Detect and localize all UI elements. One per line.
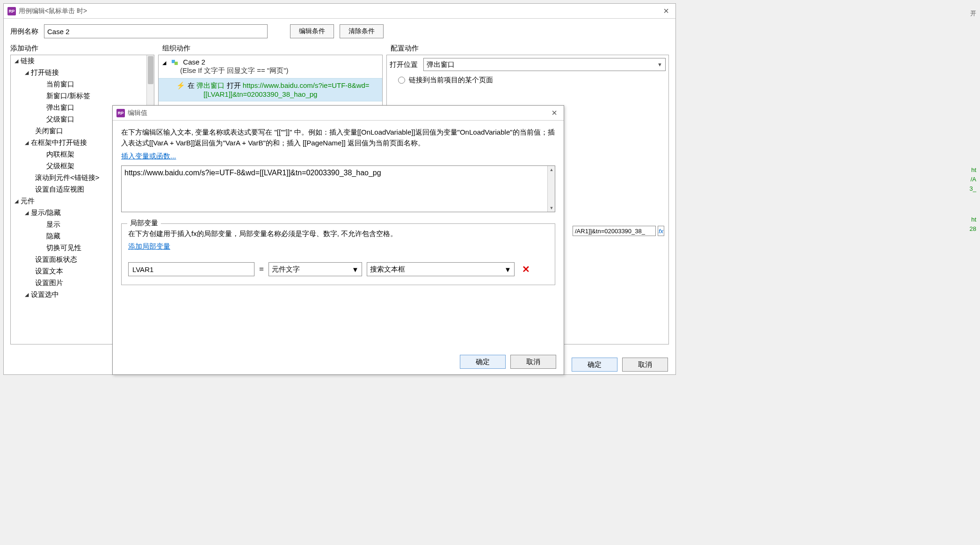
local-vars-help: 在下方创建用于插入fx的局部变量，局部变量名称必须是字母、数字, 不允许包含空格… [128, 229, 548, 238]
value-input[interactable] [573, 226, 656, 236]
equals-label: = [259, 265, 264, 274]
clear-conditions-button[interactable]: 清除条件 [340, 24, 384, 38]
header-organize: 组织动作 [162, 44, 391, 53]
tree-set-selected[interactable]: 设置选中 [31, 290, 59, 299]
radio-input[interactable] [398, 77, 405, 84]
case-label: Case 2 [183, 58, 205, 66]
open-in-label: 打开位置 [390, 60, 423, 69]
delete-var-icon[interactable]: ✕ [522, 264, 530, 275]
edit-value-dialog: RP 编辑值 × 在下方编辑区输入文本, 变量名称或表达式要写在 "[[""]]… [112, 105, 564, 375]
scroll-down-icon[interactable]: ▼ [548, 204, 555, 212]
ok-button[interactable]: 确定 [460, 355, 506, 369]
tree-show[interactable]: 显示 [46, 220, 60, 229]
tree-toggle-vis[interactable]: 切换可见性 [46, 244, 81, 252]
local-vars-legend: 局部变量 [127, 219, 161, 228]
expand-icon[interactable]: ◢ [24, 70, 29, 76]
tree-set-panel-state[interactable]: 设置面板状态 [35, 255, 77, 264]
tree-scroll-to-widget[interactable]: 滚动到元件<锚链接> [35, 173, 100, 182]
dialog-title: 用例编辑<鼠标单击 时> [19, 7, 87, 15]
ok-button[interactable]: 确定 [572, 358, 617, 372]
modal-title-bar: RP 编辑值 × [113, 106, 564, 121]
header-configure: 配置动作 [391, 44, 669, 53]
radio-link-to-page[interactable]: 链接到当前项目的某个页面 [390, 74, 666, 86]
open-in-row: 打开位置 弹出窗口 ▼ [390, 58, 666, 71]
action-row[interactable]: ⚡ 在 弹出窗口 打开 https://www.baidu.com/s?ie=U… [159, 78, 382, 101]
tree-parent-window[interactable]: 父级窗口 [46, 115, 74, 124]
modal-footer: 确定 取消 [113, 351, 564, 374]
value-textarea[interactable] [121, 165, 555, 212]
column-headers: 添加动作 组织动作 配置动作 [4, 44, 675, 53]
tree-show-hide[interactable]: 显示/隐藏 [31, 208, 61, 217]
instructions: 在下方编辑区输入文本, 变量名称或表达式要写在 "[[""]]" 中。例如：插入… [121, 127, 555, 148]
var-target-select[interactable]: 搜索文本框 ▼ [367, 262, 515, 276]
chevron-down-icon: ▼ [504, 265, 511, 273]
tree-close-window[interactable]: 关闭窗口 [35, 127, 63, 136]
action-url-line2: [[LVAR1]]&tn=02003390_38_hao_pg [176, 90, 378, 98]
scroll-up-icon[interactable]: ▲ [548, 166, 555, 173]
tree-adaptive-view[interactable]: 设置自适应视图 [35, 185, 84, 194]
expand-icon[interactable]: ◢ [24, 140, 29, 146]
tree-set-text[interactable]: 设置文本 [35, 267, 63, 276]
tree-open-in-frame[interactable]: 在框架中打开链接 [31, 138, 87, 147]
cancel-button[interactable]: 取消 [510, 355, 556, 369]
tree-links[interactable]: 链接 [21, 57, 35, 65]
local-var-row: = 元件文字 ▼ 搜索文本框 ▼ ✕ [128, 262, 548, 276]
open-in-select[interactable]: 弹出窗口 ▼ [423, 58, 666, 71]
chevron-down-icon: ▼ [657, 62, 662, 67]
close-icon[interactable]: × [549, 108, 560, 118]
modal-body: 在下方编辑区输入文本, 变量名称或表达式要写在 "[[""]]" 中。例如：插入… [113, 121, 564, 351]
tree-set-image[interactable]: 设置图片 [35, 279, 63, 287]
background-fragments: 开 ht /A 3_ ht 28 [681, 0, 980, 545]
expand-icon[interactable]: ◢ [14, 198, 19, 204]
tree-current-window[interactable]: 当前窗口 [46, 80, 74, 89]
add-local-var-link[interactable]: 添加局部变量 [128, 242, 170, 251]
action-text: 在 弹出窗口 打开 https://www.baidu.com/s?ie=UTF… [188, 81, 369, 89]
local-vars-fieldset: 局部变量 在下方创建用于插入fx的局部变量，局部变量名称必须是字母、数字, 不允… [121, 223, 555, 285]
header-add-action: 添加动作 [10, 44, 162, 53]
var-name-input[interactable] [128, 262, 254, 276]
tree-parent-frame[interactable]: 父级框架 [46, 162, 74, 171]
case-icon [172, 59, 179, 66]
tree-popup[interactable]: 弹出窗口 [46, 103, 74, 112]
modal-title: 编辑值 [128, 109, 147, 117]
case-condition: (Else If 文字于 回显文字 == "网页") [162, 66, 378, 75]
edit-conditions-button[interactable]: 编辑条件 [290, 24, 334, 38]
chevron-down-icon: ▼ [352, 265, 359, 273]
tree-widgets[interactable]: 元件 [21, 197, 35, 206]
scrollbar[interactable]: ▲ ▼ [547, 166, 555, 212]
var-type-select[interactable]: 元件文字 ▼ [269, 262, 362, 276]
case-name-label: 用例名称 [10, 27, 38, 36]
title-bar: RP 用例编辑<鼠标单击 时> × [4, 4, 675, 19]
case-row[interactable]: ◢ Case 2 (Else If 文字于 回显文字 == "网页") [159, 55, 382, 78]
tree-hide[interactable]: 隐藏 [46, 232, 60, 241]
close-icon[interactable]: × [661, 6, 672, 16]
insert-var-link[interactable]: 插入变量或函数... [121, 152, 176, 161]
main-footer: 确定 取消 [572, 358, 668, 372]
expand-icon[interactable]: ◢ [162, 60, 166, 65]
app-icon: RP [7, 7, 16, 15]
expand-icon[interactable]: ◢ [24, 210, 29, 216]
bolt-icon: ⚡ [176, 81, 183, 90]
fx-button[interactable]: fx [658, 226, 664, 236]
case-name-row: 用例名称 编辑条件 清除条件 [4, 19, 675, 44]
tree-inline-frame[interactable]: 内联框架 [46, 150, 74, 159]
case-name-input[interactable] [44, 24, 268, 38]
tree-new-window[interactable]: 新窗口/新标签 [46, 92, 90, 100]
app-icon: RP [116, 109, 125, 117]
tree-open-link[interactable]: 打开链接 [31, 68, 59, 77]
value-row: fx [573, 226, 664, 236]
expand-icon[interactable]: ◢ [24, 292, 29, 298]
expand-icon[interactable]: ◢ [14, 58, 19, 64]
cancel-button[interactable]: 取消 [622, 358, 668, 372]
